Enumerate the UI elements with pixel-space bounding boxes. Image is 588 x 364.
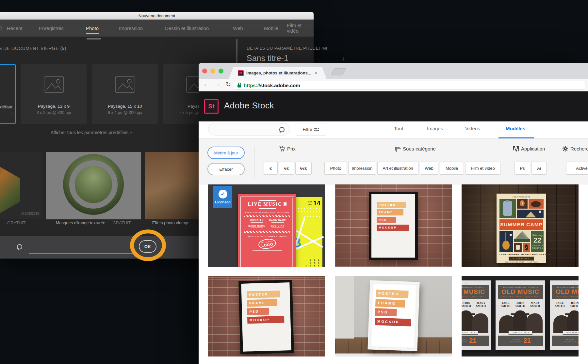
tab-photo[interactable]: Photo — [86, 20, 99, 37]
result-tile-old-music[interactable]: — ARCH MUSIC MANAGEMENT PRESENTS OLD MUS… — [462, 276, 579, 356]
gear-icon — [563, 146, 568, 151]
blank-presets-heading: S DE DOCUMENT VIERGE (9) — [0, 46, 66, 51]
url-bar[interactable]: https://stock.adobe.com — [234, 81, 585, 90]
price-1-button[interactable]: € — [264, 162, 278, 175]
stock-search-row: Filtre Tout Images Vidéos Modèles — [199, 121, 588, 138]
tab-impression[interactable]: Impression — [119, 20, 143, 37]
lantern-tile — [517, 199, 528, 209]
template-label-row: Effets photo vintage — [145, 220, 197, 226]
minimize-window-button[interactable] — [210, 69, 215, 73]
price-2-button[interactable]: €€ — [279, 162, 294, 175]
screenshot-stage: Nouveau document Récent Enregistrés Phot… — [0, 0, 588, 364]
search-similar-active-button[interactable]: Activé — [566, 162, 588, 175]
tab-web[interactable]: Web — [233, 20, 243, 37]
template-card-text[interactable]: #120922715 — [0, 152, 42, 219]
result-tile-frame-mockup-room[interactable]: POSTER FRAME PSD MOCKUP — [335, 276, 452, 356]
tab-recent[interactable]: Récent — [7, 20, 23, 37]
forward-icon[interactable]: → — [214, 81, 220, 88]
panel-scrollbar[interactable] — [236, 39, 237, 65]
dialog-titlebar[interactable]: Nouveau document — [0, 12, 314, 20]
subcat-photo-button[interactable]: Photo — [324, 162, 347, 175]
show-all-presets-link[interactable]: Afficher tous les paramètres prédéfinis … — [0, 130, 183, 135]
free-badge: GRATUIT — [7, 220, 25, 226]
stock-search-input[interactable] — [208, 123, 290, 135]
price-3-button[interactable]: €€€ — [295, 162, 312, 175]
drag-handle[interactable] — [87, 38, 101, 40]
bookmark-ribbon-icon — [284, 202, 286, 207]
subcat-impression-button[interactable]: Impression — [348, 162, 376, 175]
preset-card-paysage-13x9[interactable]: Paysage, 13 x 9 3 x 2 po @ 300 ppi — [21, 64, 87, 124]
template-card-masques[interactable] — [46, 152, 141, 219]
section-divider — [0, 138, 199, 138]
document-name-field[interactable]: Sans titre-1 — [247, 54, 288, 63]
subcat-film-button[interactable]: Film et vidéo — [465, 162, 500, 175]
back-icon[interactable]: ← — [203, 81, 209, 88]
tab-dessin[interactable]: Dessin et illustration — [165, 20, 209, 37]
tent-tile — [517, 210, 544, 218]
result-tile-frame-mockup-brick-2[interactable]: POSTER FRAME PSD MOCKUP — [208, 276, 325, 356]
adobe-stock-header: St Adobe Stock — [199, 91, 588, 121]
nav-videos[interactable]: Vidéos — [465, 126, 480, 131]
app-ai-button[interactable]: Ai — [531, 162, 547, 175]
tab-enregistres[interactable]: Enregistrés — [39, 20, 64, 37]
result-tile-summer-camp[interactable]: ADER PRESENTS SUMMER CAMP Saturday 22 JU… — [462, 184, 579, 267]
preset-card-default[interactable]: défaut i — [0, 64, 16, 124]
tab-film-video[interactable]: Film et vidéo — [287, 20, 314, 37]
clear-button[interactable]: Effacer — [207, 163, 245, 175]
tab-close-icon[interactable]: × — [315, 70, 318, 75]
adobe-stock-logo[interactable]: St — [204, 99, 219, 114]
browser-tabstrip: St Images, photos et illustrations... × — [199, 63, 588, 79]
template-label-row: Masques d'image texturée GRATUIT — [46, 220, 141, 226]
close-window-button[interactable] — [202, 69, 207, 73]
adobe-stock-favicon: St — [238, 70, 244, 76]
subcat-web-button[interactable]: Web — [420, 162, 438, 175]
dialog-title: Nouveau document — [139, 13, 175, 18]
adobe-logo-icon — [513, 146, 519, 151]
browser-tab[interactable]: St Images, photos et illustrations... × — [229, 67, 327, 79]
app-ps-button[interactable]: Ps — [514, 162, 530, 175]
subcategory-group-label: Sous-catégorie — [395, 146, 436, 151]
subcat-mobile-button[interactable]: Mobile — [440, 162, 464, 175]
tab-title: Images, photos et illustrations... — [246, 71, 311, 75]
mask-ring-overlay — [69, 160, 118, 209]
template-name: Masques d'image texturée — [56, 220, 105, 226]
sliders-icon — [314, 127, 319, 132]
search-icon — [279, 127, 285, 132]
browser-toolbar: ← → ↻ https://stock.adobe.com — [199, 79, 588, 91]
nav-tout[interactable]: Tout — [394, 126, 403, 131]
summer-camp-poster: ADER PRESENTS SUMMER CAMP Saturday 22 JU… — [497, 194, 546, 263]
jazz-poster-right: — ARCH MUSIC MANAGEMENT PRESENTS OLD MUS… — [550, 280, 579, 350]
jazz-poster-center: — ARCH MUSIC MANAGEMENT PRESENTS OLD MUS… — [496, 280, 545, 350]
maximize-window-button[interactable] — [219, 69, 223, 73]
new-tab-button[interactable] — [331, 68, 346, 75]
tab-mobile[interactable]: Mobile — [264, 20, 278, 37]
template-label-row: es text GRATUIT — [0, 220, 23, 226]
search-icon — [17, 244, 22, 249]
subcat-art-button[interactable]: Art et illustration — [377, 162, 418, 175]
dialog-search-bar: OK — [0, 236, 229, 259]
search-input[interactable] — [29, 253, 133, 254]
nav-images[interactable]: Images — [427, 126, 443, 131]
cart-icon — [279, 146, 285, 151]
https-lock-icon — [237, 85, 241, 87]
template-name: Effets photo vintage — [152, 220, 190, 226]
filter-divider — [254, 146, 254, 179]
hexagon-texture-thumb — [0, 167, 20, 213]
jazz-poster-left: — ARCH MUSIC MANAGEMENT PRESENTS OLD MUS… — [462, 280, 491, 350]
nav-modeles[interactable]: Modèles — [506, 126, 525, 131]
red-live-music-poster: LIVE MUSIC EVERY FRIDAY NIGHT STARTING A… — [238, 194, 296, 267]
save-preset-plus-icon[interactable]: + — [341, 55, 345, 63]
triangle-cluster: ▲ ▲ ▲▲ ▲ ▲▲ ▲ ▲ ▲▲ ▲ ▲ ▲ — [301, 259, 320, 267]
musician-silhouettes: TRIO OLD JAZZ — [498, 309, 543, 333]
annotation-ring — [130, 229, 166, 261]
reload-icon[interactable]: ↻ — [226, 81, 231, 88]
result-tile-live-music[interactable]: MAY 2016 14 E IMB ▲ ▲ ▲▲ ▲ ▲▲ ▲ ▲ ▲▲ ▲ ▲… — [208, 184, 325, 267]
backpack-tile — [499, 199, 516, 218]
application-group-label: Application — [513, 146, 545, 151]
preset-card-paysage-15x10[interactable]: Paysage, 15 x 10 6 x 4 po @ 300 ppi — [92, 64, 158, 124]
filter-button[interactable]: Filtre — [296, 123, 326, 135]
update-button[interactable]: Mettre à jour — [207, 147, 245, 159]
licensed-badge: ✓ Licensed — [213, 186, 232, 208]
musician-silhouettes: TRIO OLD JAZZ — [462, 309, 489, 333]
result-tile-frame-mockup-brick[interactable]: POSTER FRAME PSD MOCKUP — [335, 184, 452, 267]
